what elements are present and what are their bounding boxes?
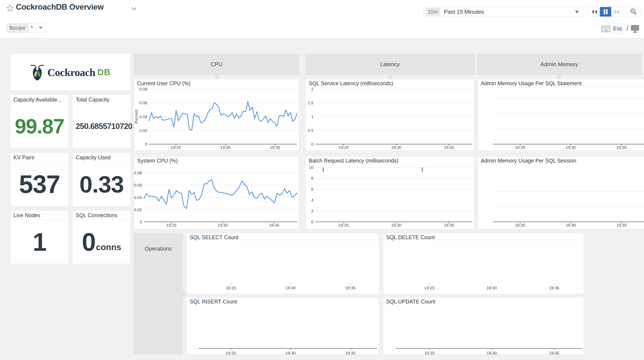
keyboard-icon — [602, 26, 610, 32]
chart-panel-sql-service-latency: SQL Service Latency (milliseconds) 21.51… — [306, 79, 474, 151]
stat-unit: conns — [96, 242, 121, 252]
svg-text:10: 10 — [309, 165, 314, 170]
stat-value: 0 — [82, 227, 96, 257]
esc-label: Esc — [613, 25, 622, 32]
stat-card-title: Total Capacity — [72, 95, 130, 104]
chart-title: SQL Service Latency (milliseconds) — [306, 79, 474, 87]
star-icon[interactable] — [6, 4, 14, 12]
chart-title: SQL UPDATE Count — [383, 298, 584, 306]
zoom-out-button[interactable] — [626, 7, 640, 17]
esc-button[interactable]: Esc — [611, 23, 625, 33]
svg-text:6: 6 — [311, 187, 314, 191]
svg-text:0.02: 0.02 — [134, 208, 142, 212]
svg-text:19:30: 19:30 — [220, 145, 231, 150]
bug-logo-icon — [30, 64, 44, 81]
chart-title: SQL SELECT Count — [187, 233, 379, 241]
pause-button[interactable] — [600, 7, 611, 16]
svg-text:19:35: 19:35 — [616, 223, 627, 227]
svg-text:19:35: 19:35 — [270, 145, 280, 150]
rewind-button[interactable] — [588, 7, 600, 16]
group-header-operations[interactable]: Operations — [134, 233, 183, 355]
tv-mode-button[interactable] — [631, 25, 639, 34]
chart-title: SQL DELETE Count — [383, 233, 584, 241]
group-notch — [212, 75, 220, 79]
svg-text:19:25: 19:25 — [338, 223, 349, 227]
group-header-latency[interactable]: Latency — [305, 54, 475, 75]
stat-card-title: SQL Connections — [72, 211, 130, 220]
group-label: CPU — [211, 61, 222, 68]
stat-value: 250.6855710720 — [76, 122, 132, 131]
time-range-select[interactable]: 15m Past 15 Minutes — [424, 7, 584, 17]
cockroachdb-logo-card: Cockroach DB — [10, 54, 131, 91]
logo-suffix: DB — [97, 67, 110, 77]
chart-title: SQL INSERT Count — [187, 298, 379, 306]
line-chart-batch-request-latency[interactable]: 108642019:2519:3019:35 — [306, 165, 475, 229]
svg-text:0.06: 0.06 — [139, 101, 147, 105]
line-chart-sql-delete-count[interactable]: 19:2519:3019:35 — [383, 241, 584, 294]
line-chart-current-user-cpu[interactable]: 0.080.060.040.02019:2519:3019:35Percent — [134, 87, 299, 151]
chart-panel-admin-memory-session: Admin Memory Usage Per SQL Session 19:25… — [478, 156, 644, 229]
scope-variable-name: $scope — [7, 23, 28, 32]
svg-text:19:35: 19:35 — [616, 145, 627, 150]
svg-text:4: 4 — [311, 198, 314, 202]
chart-title: System CPU (%) — [134, 157, 299, 165]
svg-text:0.5: 0.5 — [308, 128, 314, 133]
svg-text:0.08: 0.08 — [134, 171, 142, 175]
svg-text:19:30: 19:30 — [566, 145, 576, 150]
stat-value: 99.87 — [15, 115, 64, 138]
caret-down-icon — [575, 11, 579, 13]
chart-panel-admin-memory-statement: Admin Memory Usage Per SQL Statement 19:… — [478, 79, 644, 151]
group-label: Admin Memory — [540, 61, 578, 68]
svg-text:2: 2 — [311, 209, 314, 213]
stat-card-capacity-used: Capacity Used 0.33 — [72, 152, 131, 206]
svg-text:19:30: 19:30 — [487, 286, 497, 290]
chevron-down-icon[interactable] — [131, 7, 137, 11]
playback-controls — [588, 7, 623, 17]
time-range-label: Past 15 Minutes — [444, 8, 484, 15]
monitor-icon — [631, 25, 639, 33]
line-chart-admin-memory-statement[interactable]: 19:2519:3019:35 — [478, 87, 644, 151]
chart-title: Admin Memory Usage Per SQL Statement — [478, 79, 644, 87]
svg-text:1.5: 1.5 — [308, 101, 314, 105]
time-range-badge: 15m — [426, 8, 440, 16]
fast-forward-icon — [614, 9, 621, 15]
svg-text:19:25: 19:25 — [424, 286, 434, 290]
line-chart-system-cpu[interactable]: 0.080.060.040.02019:2519:3019:35 — [134, 165, 299, 229]
chart-panel-batch-request-latency: Batch Request Latency (milliseconds) 108… — [306, 156, 474, 229]
line-chart-admin-memory-session[interactable]: 19:2519:3019:35 — [478, 165, 644, 229]
group-header-cpu[interactable]: CPU — [134, 54, 300, 75]
svg-text:19:35: 19:35 — [345, 286, 356, 290]
line-chart-sql-insert-count[interactable]: 19:2519:3019:35 — [187, 306, 379, 355]
rewind-icon — [590, 9, 598, 15]
stat-card-title: KV Pairs — [10, 153, 68, 162]
svg-text:0: 0 — [145, 142, 147, 146]
svg-text:0.08: 0.08 — [139, 87, 147, 91]
svg-text:19:35: 19:35 — [549, 351, 559, 355]
chart-panel-sql-update-count: SQL UPDATE Count 19:2519:3019:35 — [383, 297, 584, 355]
svg-text:19:30: 19:30 — [286, 286, 296, 290]
svg-text:19:35: 19:35 — [549, 286, 559, 290]
zoom-out-icon — [630, 8, 637, 15]
svg-text:19:30: 19:30 — [286, 351, 296, 355]
stat-card-title: Capacity Used — [72, 153, 130, 162]
chart-title: Current User CPU (%) — [134, 79, 299, 87]
svg-text:19:35: 19:35 — [269, 223, 279, 227]
line-chart-sql-service-latency[interactable]: 21.510.5019:2519:3019:35 — [306, 87, 475, 151]
keyboard-shortcuts-button[interactable] — [602, 26, 610, 33]
chart-title: Batch Request Latency (milliseconds) — [306, 157, 474, 165]
line-chart-sql-update-count[interactable]: 19:2519:3019:35 — [383, 306, 584, 355]
chart-panel-current-user-cpu: Current User CPU (%) 0.080.060.040.02019… — [134, 79, 299, 151]
svg-text:19:35: 19:35 — [444, 145, 454, 150]
line-chart-sql-select-count[interactable]: 19:2519:3019:35 — [187, 241, 379, 294]
logo-wordmark: Cockroach — [48, 66, 95, 79]
group-notch — [555, 75, 564, 79]
svg-text:0: 0 — [140, 220, 142, 224]
fast-forward-button[interactable] — [611, 7, 623, 16]
svg-text:19:25: 19:25 — [338, 145, 349, 150]
group-header-admin-memory[interactable]: Admin Memory — [477, 54, 642, 75]
stat-card-capacity-available: Capacity Available... 99.87 — [10, 95, 69, 148]
svg-text:19:25: 19:25 — [171, 145, 181, 150]
slash-separator: / — [626, 24, 628, 32]
template-variable-scope[interactable]: $scope * — [6, 23, 46, 32]
chart-panel-sql-select-count: SQL SELECT Count 19:2519:3019:35 — [186, 233, 379, 294]
